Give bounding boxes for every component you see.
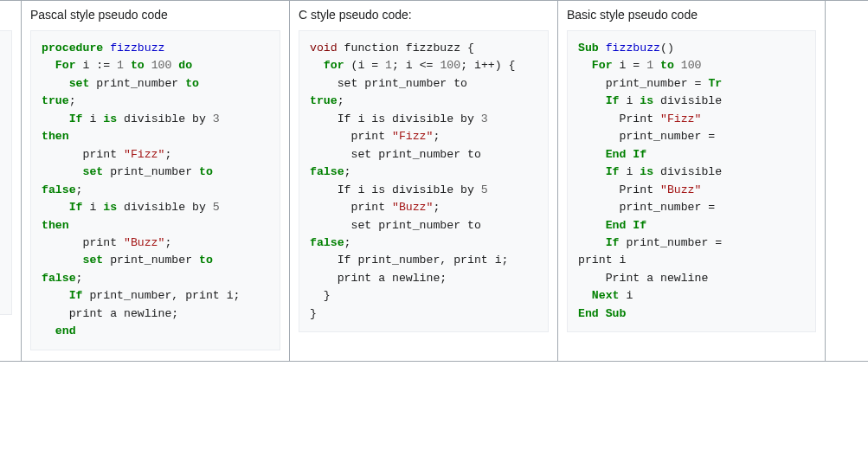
cell-pascal: Pascal style pseudo code procedure fizzb… — [21, 1, 289, 361]
code-block: Sub fizzbuzz() For i = 1 to 100 print_nu… — [567, 30, 816, 332]
pseudo-code-table-row: do code uzz o 100 _number to ivisible by… — [0, 0, 868, 362]
code-block: uzz o 100 _number to ivisible by 3 Fizz"… — [0, 30, 12, 315]
cell-label: Basic style pseudo code — [567, 8, 816, 22]
cell-c: C style pseudo code: void function fizzb… — [289, 1, 557, 361]
cell-basic: Basic style pseudo code Sub fizzbuzz() F… — [557, 1, 826, 361]
cell-label: do code — [0, 8, 12, 22]
code-block: void function fizzbuzz { for (i = 1; i <… — [299, 30, 549, 332]
code-block: procedure fizzbuzz For i := 1 to 100 do … — [30, 30, 280, 350]
cell-label: Pascal style pseudo code — [30, 8, 280, 22]
cell-partial: do code uzz o 100 _number to ivisible by… — [0, 1, 21, 361]
cell-label: C style pseudo code: — [299, 8, 549, 22]
